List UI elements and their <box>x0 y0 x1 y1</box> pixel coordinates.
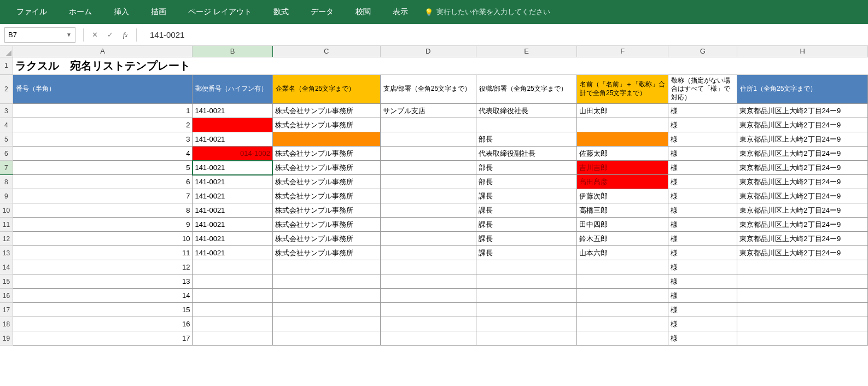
column-header-C[interactable]: C <box>272 46 380 57</box>
cell-F8[interactable]: 髙田髙彦 <box>577 175 668 189</box>
cell-G7[interactable]: 様 <box>668 161 737 175</box>
cell-H9[interactable]: 東京都品川区上大崎2丁目24ー9 <box>737 189 868 203</box>
row-header-10[interactable]: 10 <box>0 203 13 218</box>
cell-D10[interactable] <box>380 203 476 218</box>
cell-E15[interactable] <box>476 274 577 289</box>
row-header-5[interactable]: 5 <box>0 132 13 147</box>
cell-D11[interactable] <box>380 218 476 232</box>
cell-A4[interactable]: 2 <box>13 118 193 132</box>
cell-B14[interactable] <box>193 260 272 274</box>
cell-H19[interactable] <box>737 331 868 346</box>
cell-G11[interactable]: 様 <box>668 218 737 232</box>
row-header-3[interactable]: 3 <box>0 104 13 118</box>
cell-G3[interactable]: 様 <box>668 104 737 118</box>
cell-H7[interactable]: 東京都品川区上大崎2丁目24ー9 <box>737 161 868 175</box>
header-cell-D[interactable]: 支店/部署（全角25文字まで） <box>380 74 476 104</box>
cell-C13[interactable]: 株式会社サンプル事務所 <box>272 246 380 260</box>
cell-G14[interactable]: 様 <box>668 260 737 274</box>
cell-C4[interactable]: 株式会社サンプル事務所 <box>272 118 380 132</box>
cell-A10[interactable]: 8 <box>13 203 193 218</box>
name-box[interactable]: B7 ▼ <box>4 27 75 43</box>
row-header-16[interactable]: 16 <box>0 289 13 303</box>
cell-C1[interactable] <box>272 57 380 74</box>
cell-B17[interactable] <box>193 303 272 317</box>
cell-H13[interactable]: 東京都品川区上大崎2丁目24ー9 <box>737 246 868 260</box>
column-header-D[interactable]: D <box>380 46 476 57</box>
cell-E6[interactable]: 代表取締役副社長 <box>476 147 577 161</box>
cell-A8[interactable]: 6 <box>13 175 193 189</box>
cell-A11[interactable]: 9 <box>13 218 193 232</box>
cell-H5[interactable]: 東京都品川区上大崎2丁目24ー9 <box>737 132 868 147</box>
cell-F12[interactable]: 鈴木五郎 <box>577 232 668 246</box>
cell-C19[interactable] <box>272 331 380 346</box>
cell-B15[interactable] <box>193 274 272 289</box>
cell-E1[interactable] <box>476 57 577 74</box>
cell-C10[interactable]: 株式会社サンプル事務所 <box>272 203 380 218</box>
cell-A3[interactable]: 1 <box>13 104 193 118</box>
cell-C3[interactable]: 株式会社サンプル事務所 <box>272 104 380 118</box>
row-header-18[interactable]: 18 <box>0 317 13 331</box>
ribbon-tab-5[interactable]: 数式 <box>263 0 300 24</box>
cell-F15[interactable] <box>577 274 668 289</box>
cell-A16[interactable]: 14 <box>13 289 193 303</box>
cell-H3[interactable]: 東京都品川区上大崎2丁目24ー9 <box>737 104 868 118</box>
formula-input[interactable]: 141-0021 <box>140 30 868 39</box>
column-header-H[interactable]: H <box>737 46 868 57</box>
cell-A9[interactable]: 7 <box>13 189 193 203</box>
cell-E4[interactable] <box>476 118 577 132</box>
header-cell-C[interactable]: 企業名（全角25文字まで） <box>272 74 380 104</box>
cell-B12[interactable]: 141-0021 <box>193 232 272 246</box>
cell-E12[interactable]: 課長 <box>476 232 577 246</box>
select-all-corner[interactable] <box>0 46 13 57</box>
cell-A12[interactable]: 10 <box>13 232 193 246</box>
header-cell-G[interactable]: 敬称（指定がない場合はすべて「様」で対応） <box>668 74 737 104</box>
cell-F13[interactable]: 山本六郎 <box>577 246 668 260</box>
cell-F14[interactable] <box>577 260 668 274</box>
cell-G6[interactable]: 様 <box>668 147 737 161</box>
row-header-14[interactable]: 14 <box>0 260 13 274</box>
row-header-11[interactable]: 11 <box>0 218 13 232</box>
cell-D7[interactable] <box>380 161 476 175</box>
cell-F5[interactable] <box>577 132 668 147</box>
cell-F4[interactable] <box>577 118 668 132</box>
cell-C8[interactable]: 株式会社サンプル事務所 <box>272 175 380 189</box>
row-header-17[interactable]: 17 <box>0 303 13 317</box>
cell-H11[interactable]: 東京都品川区上大崎2丁目24ー9 <box>737 218 868 232</box>
cell-H6[interactable]: 東京都品川区上大崎2丁目24ー9 <box>737 147 868 161</box>
cell-A14[interactable]: 12 <box>13 260 193 274</box>
cell-F11[interactable]: 田中四郎 <box>577 218 668 232</box>
ribbon-tab-4[interactable]: ページ レイアウト <box>177 0 263 24</box>
column-header-F[interactable]: F <box>577 46 668 57</box>
cell-A7[interactable]: 5 <box>13 161 193 175</box>
cell-F9[interactable]: 伊藤次郎 <box>577 189 668 203</box>
column-header-A[interactable]: A <box>13 46 193 57</box>
cell-C9[interactable]: 株式会社サンプル事務所 <box>272 189 380 203</box>
insert-function-button[interactable]: fx <box>118 27 133 43</box>
header-cell-B[interactable]: 郵便番号（ハイフン有） <box>193 74 272 104</box>
cell-G8[interactable]: 様 <box>668 175 737 189</box>
cell-E14[interactable] <box>476 260 577 274</box>
cell-A19[interactable]: 17 <box>13 331 193 346</box>
cell-A6[interactable]: 4 <box>13 147 193 161</box>
cell-D16[interactable] <box>380 289 476 303</box>
cell-B1[interactable] <box>193 57 272 74</box>
cell-D8[interactable] <box>380 175 476 189</box>
ribbon-tab-6[interactable]: データ <box>300 0 345 24</box>
cell-F10[interactable]: 高橋三郎 <box>577 203 668 218</box>
cell-F16[interactable] <box>577 289 668 303</box>
cell-A15[interactable]: 13 <box>13 274 193 289</box>
row-header-15[interactable]: 15 <box>0 274 13 289</box>
cell-E5[interactable]: 部長 <box>476 132 577 147</box>
cell-H12[interactable]: 東京都品川区上大崎2丁目24ー9 <box>737 232 868 246</box>
cell-F6[interactable]: 佐藤太郎 <box>577 147 668 161</box>
cell-E16[interactable] <box>476 289 577 303</box>
cell-C7[interactable]: 株式会社サンプル事務所 <box>272 161 380 175</box>
cell-E10[interactable]: 課長 <box>476 203 577 218</box>
cell-D13[interactable] <box>380 246 476 260</box>
cell-G12[interactable]: 様 <box>668 232 737 246</box>
row-header-4[interactable]: 4 <box>0 118 13 132</box>
column-header-B[interactable]: B <box>193 46 272 57</box>
column-header-E[interactable]: E <box>476 46 577 57</box>
cell-E8[interactable]: 部長 <box>476 175 577 189</box>
cell-F3[interactable]: 山田太郎 <box>577 104 668 118</box>
